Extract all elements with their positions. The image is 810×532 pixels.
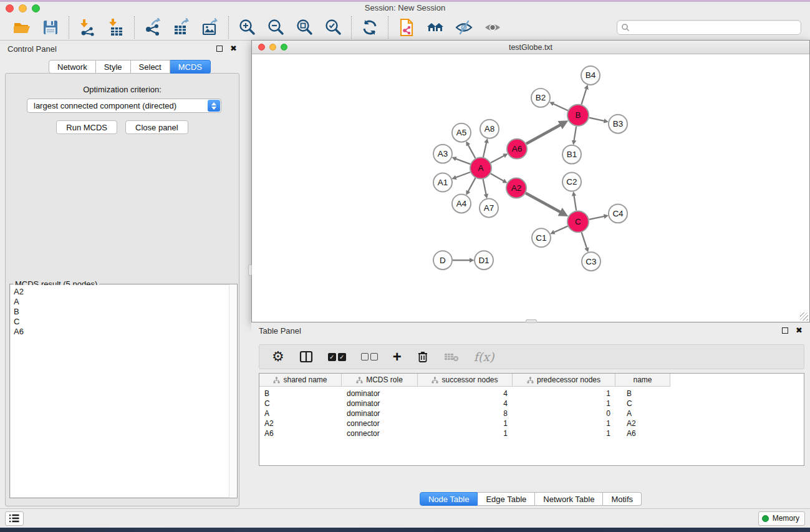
node-B3[interactable]: B3 (609, 115, 627, 133)
edge-A-A6[interactable] (491, 156, 504, 163)
table-row[interactable]: A2connector11A2 (259, 418, 804, 428)
network-file-icon[interactable] (397, 18, 416, 37)
node-C[interactable]: C (567, 211, 589, 232)
node-A6[interactable]: A6 (507, 139, 527, 159)
node-A8[interactable]: A8 (480, 120, 499, 138)
select-all-icon[interactable]: ✓✓ (328, 349, 346, 364)
float-panel-icon[interactable] (216, 46, 223, 52)
table-row[interactable]: A6connector11A6 (259, 428, 804, 438)
edge-A-A7[interactable] (483, 179, 486, 194)
result-item-a[interactable]: A (11, 297, 236, 307)
zoom-in-icon[interactable] (238, 18, 256, 37)
tab-network[interactable]: Network (49, 60, 96, 74)
tab-mcds[interactable]: MCDS (170, 60, 211, 74)
import-table-icon[interactable] (107, 18, 125, 37)
node-B1[interactable]: B1 (562, 145, 581, 164)
node-B2[interactable]: B2 (531, 89, 550, 107)
column-header-mcds-role[interactable]: MCDS role (342, 374, 418, 387)
resize-grip-icon[interactable] (800, 312, 808, 321)
gear-icon[interactable]: ⚙ (272, 349, 284, 364)
table-row[interactable]: Adominator80A (259, 409, 804, 418)
minimize-window-icon[interactable] (19, 4, 27, 12)
table-row[interactable]: Bdominator41B (259, 389, 804, 399)
result-item-c[interactable]: C (11, 317, 236, 327)
edge-C-C2[interactable] (574, 196, 577, 211)
import-network-icon[interactable] (78, 18, 97, 37)
export-image-icon[interactable] (201, 18, 219, 37)
horizontal-splitter-handle[interactable] (526, 319, 537, 323)
float-table-panel-icon[interactable] (782, 327, 788, 334)
edge-A-A4[interactable] (468, 178, 476, 191)
column-header-name[interactable]: name (615, 374, 670, 387)
node-C4[interactable]: C4 (609, 204, 627, 223)
zoom-fit-icon[interactable] (295, 18, 314, 37)
add-column-icon[interactable]: + (393, 349, 402, 364)
node-C2[interactable]: C2 (562, 173, 581, 191)
search-field[interactable] (617, 20, 801, 35)
delete-icon[interactable] (417, 349, 429, 364)
close-table-panel-icon[interactable]: ✖ (796, 327, 803, 334)
edge-B-B3[interactable] (589, 118, 604, 121)
node-C1[interactable]: C1 (532, 228, 551, 247)
edge-A6-B[interactable] (526, 125, 561, 143)
tab-motifs[interactable]: Motifs (603, 492, 642, 506)
home-layout-icon[interactable] (426, 18, 445, 37)
network-canvas[interactable]: B4B2BB3A8A5A3A6B1AA1C2A2A4A7C4CC1C3DD1 (252, 55, 809, 322)
edge-B-B2[interactable] (554, 104, 568, 110)
zoom-out-icon[interactable] (266, 18, 285, 37)
node-A1[interactable]: A1 (433, 173, 452, 192)
result-scrollbar[interactable] (229, 284, 237, 498)
node-A[interactable]: A (470, 158, 491, 179)
close-window-icon[interactable] (6, 4, 14, 12)
close-panel-button[interactable]: Close panel (125, 120, 188, 134)
refresh-icon[interactable] (360, 18, 379, 37)
edge-A-A1[interactable] (456, 172, 470, 178)
edge-A-A3[interactable] (456, 159, 470, 165)
tab-edge-table[interactable]: Edge Table (478, 492, 535, 506)
edge-B-B1[interactable] (574, 127, 577, 141)
edge-C-C4[interactable] (589, 216, 604, 220)
table-row[interactable]: Cdominator41C (259, 399, 804, 409)
vertical-splitter-handle[interactable] (248, 264, 252, 276)
tab-style[interactable]: Style (96, 60, 131, 74)
eye-icon[interactable] (483, 18, 502, 37)
zoom-window-icon[interactable] (32, 4, 40, 12)
export-table-icon[interactable] (172, 18, 191, 37)
network-zoom-icon[interactable] (281, 44, 287, 51)
result-item-b[interactable]: B (11, 307, 236, 317)
edge-B-B4[interactable] (581, 89, 586, 104)
node-D[interactable]: D (433, 251, 452, 269)
tab-select[interactable]: Select (131, 60, 170, 74)
zoom-selected-icon[interactable] (324, 18, 342, 37)
criterion-dropdown[interactable]: largest connected component (directed) (27, 99, 221, 113)
edge-A-A2[interactable] (491, 173, 504, 181)
close-panel-icon[interactable]: ✖ (230, 46, 237, 52)
edge-A-A5[interactable] (468, 145, 476, 158)
edge-A-A8[interactable] (483, 143, 486, 157)
result-item-a2[interactable]: A2 (11, 287, 236, 297)
network-window-titlebar[interactable]: testGlobe.txt (252, 41, 809, 54)
node-B4[interactable]: B4 (581, 66, 600, 85)
node-B[interactable]: B (567, 105, 589, 126)
edge-A2-C[interactable] (526, 193, 561, 212)
column-header-predecessor-nodes[interactable]: predecessor nodes (513, 374, 615, 387)
task-history-button[interactable] (5, 511, 24, 526)
open-session-icon[interactable] (12, 18, 31, 37)
edge-C-C1[interactable] (554, 226, 568, 233)
node-A3[interactable]: A3 (433, 145, 452, 163)
node-D1[interactable]: D1 (475, 251, 493, 269)
tab-node-table[interactable]: Node Table (420, 492, 478, 506)
node-A2[interactable]: A2 (506, 178, 526, 198)
network-close-icon[interactable] (258, 44, 265, 51)
network-minimize-icon[interactable] (269, 44, 276, 51)
export-network-icon[interactable] (143, 18, 162, 37)
run-mcds-button[interactable]: Run MCDS (56, 120, 117, 134)
columns-icon[interactable] (299, 349, 313, 364)
result-item-a6[interactable]: A6 (11, 327, 236, 337)
column-header-shared-name[interactable]: shared name (259, 374, 342, 387)
node-A5[interactable]: A5 (452, 123, 471, 142)
node-C3[interactable]: C3 (582, 252, 600, 271)
save-session-icon[interactable] (41, 18, 60, 37)
memory-button[interactable]: Memory (758, 511, 805, 526)
tab-network-table[interactable]: Network Table (535, 492, 603, 506)
